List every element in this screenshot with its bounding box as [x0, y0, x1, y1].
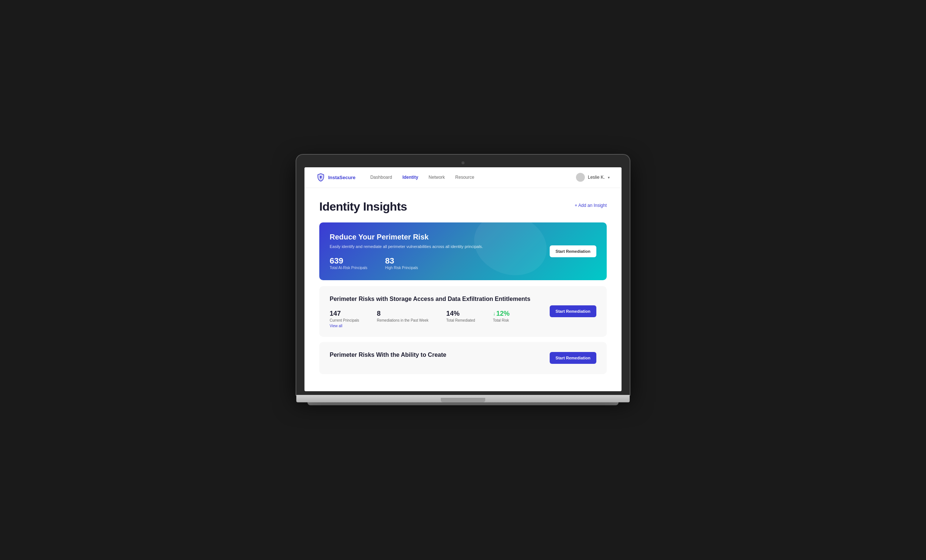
hero-content: Reduce Your Perimeter Risk Easily identi…	[330, 233, 550, 270]
risk-stat-principals: 147 Current Principals View all	[330, 310, 359, 328]
hero-description: Easily identify and remediate all perime…	[330, 244, 515, 249]
logo[interactable]: InstaSecure	[316, 173, 356, 182]
page-header: Identity Insights + Add an Insight	[319, 200, 607, 214]
hero-stat-1: 83 High Risk Principals	[385, 256, 418, 270]
risk-stat-label-total-risk: Total Risk	[493, 318, 510, 322]
risk-stat-label-total-remediated: Total Remediated	[446, 318, 475, 322]
username: Leslie K.	[588, 175, 605, 180]
laptop-frame: InstaSecure Dashboard Identity Network R…	[296, 155, 630, 405]
risk-stat-value-total-remediated: 14%	[446, 310, 475, 318]
risk-stat-value-principals: 147	[330, 310, 359, 318]
storage-remediation-button[interactable]: Start Remediation	[550, 305, 596, 317]
risk-card-storage: Perimeter Risks with Storage Access and …	[319, 286, 607, 337]
nav-dashboard[interactable]: Dashboard	[371, 175, 392, 180]
avatar	[576, 173, 585, 182]
risk-stats-storage: 147 Current Principals View all 8 Remedi…	[330, 310, 550, 328]
risk-content-create: Perimeter Risks With the Ability to Crea…	[330, 351, 550, 366]
hero-stat-value-0: 639	[330, 256, 368, 266]
page-title: Identity Insights	[319, 200, 407, 214]
risk-stat-value-remediations: 8	[377, 310, 428, 318]
page-content: Identity Insights + Add an Insight Reduc…	[304, 188, 622, 391]
risk-stat-remediations: 8 Remediations in the Past Week	[377, 310, 428, 322]
laptop-foot	[307, 402, 619, 405]
nav-resource[interactable]: Resource	[455, 175, 474, 180]
hero-stat-value-1: 83	[385, 256, 418, 266]
view-all-link[interactable]: View all	[330, 324, 359, 328]
add-insight-button[interactable]: + Add an Insight	[575, 200, 607, 208]
hero-stat-label-1: High Risk Principals	[385, 266, 418, 270]
logo-icon	[316, 173, 325, 182]
camera	[461, 162, 465, 165]
screen-bezel: InstaSecure Dashboard Identity Network R…	[296, 155, 630, 395]
risk-stat-label-principals: Current Principals	[330, 318, 359, 322]
risk-content-storage: Perimeter Risks with Storage Access and …	[330, 295, 550, 328]
nav-network[interactable]: Network	[428, 175, 445, 180]
nav-identity[interactable]: Identity	[402, 175, 418, 180]
navbar: InstaSecure Dashboard Identity Network R…	[304, 167, 622, 188]
chevron-down-icon: ▾	[608, 175, 610, 180]
logo-text: InstaSecure	[328, 175, 356, 180]
hero-card: Reduce Your Perimeter Risk Easily identi…	[319, 222, 607, 280]
risk-stat-value-total-risk: 12%	[496, 310, 510, 318]
create-remediation-button[interactable]: Start Remediation	[550, 352, 596, 364]
risk-card-create: Perimeter Risks With the Ability to Crea…	[319, 342, 607, 374]
hero-remediation-button[interactable]: Start Remediation	[550, 245, 596, 257]
user-menu[interactable]: Leslie K. ▾	[576, 173, 610, 182]
screen: InstaSecure Dashboard Identity Network R…	[304, 167, 622, 391]
laptop-base	[296, 395, 630, 402]
risk-stat-value-row: ↓ 12%	[493, 310, 510, 318]
app-container: InstaSecure Dashboard Identity Network R…	[304, 167, 622, 391]
nav-links: Dashboard Identity Network Resource	[371, 175, 576, 180]
trend-down-icon: ↓	[493, 311, 496, 317]
risk-title-storage: Perimeter Risks with Storage Access and …	[330, 295, 545, 303]
hero-stat-label-0: Total At-Risk Principals	[330, 266, 368, 270]
risk-stat-total-remediated: 14% Total Remediated	[446, 310, 475, 322]
risk-stat-total-risk: ↓ 12% Total Risk	[493, 310, 510, 322]
risk-stat-label-remediations: Remediations in the Past Week	[377, 318, 428, 322]
hero-stat-0: 639 Total At-Risk Principals	[330, 256, 368, 270]
hero-stats: 639 Total At-Risk Principals 83 High Ris…	[330, 256, 550, 270]
risk-title-create: Perimeter Risks With the Ability to Crea…	[330, 351, 545, 359]
hero-title: Reduce Your Perimeter Risk	[330, 233, 550, 242]
